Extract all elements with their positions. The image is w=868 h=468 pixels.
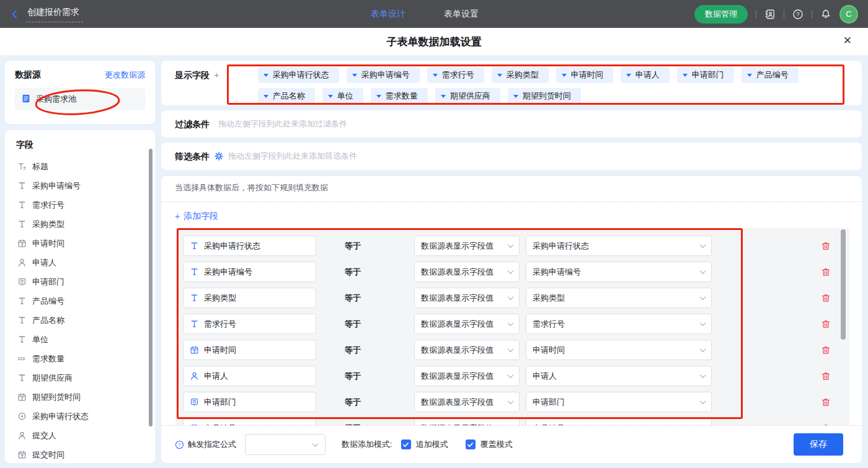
field-item[interactable]: 需求行号	[5, 195, 155, 214]
rule-field-box[interactable]: 申请时间	[183, 340, 316, 360]
field-item[interactable]: 提交人	[5, 426, 155, 445]
chevron-down-icon[interactable]	[683, 74, 688, 77]
field-item[interactable]: 提交时间	[5, 445, 155, 463]
rule-field-box[interactable]: 产品编号	[183, 418, 316, 425]
rule-target-select[interactable]: 需求行号	[526, 314, 712, 334]
contacts-icon[interactable]	[764, 9, 776, 20]
rules-scrollbar[interactable]	[841, 229, 846, 340]
field-chip[interactable]: 需求数量	[371, 88, 428, 104]
rule-target-select[interactable]: 采购申请行状态	[526, 236, 712, 256]
chevron-down-icon[interactable]	[747, 74, 752, 77]
formula-select[interactable]	[245, 434, 326, 455]
overwrite-mode-checkbox[interactable]	[466, 439, 476, 449]
tab-form-design[interactable]: 表单设计	[371, 9, 405, 20]
field-item[interactable]: 申请人	[5, 253, 155, 272]
chevron-down-icon[interactable]	[441, 95, 446, 98]
append-mode-label[interactable]: 追加模式	[416, 439, 448, 450]
chevron-down-icon[interactable]	[376, 95, 381, 98]
help-icon[interactable]: ?	[792, 9, 804, 20]
field-item[interactable]: 采购申请编号	[5, 176, 155, 195]
filter-dropzone[interactable]: 拖动左侧字段到此处来添加过滤条件	[218, 118, 347, 130]
rule-source-select[interactable]: 数据源表显示字段值	[414, 340, 520, 360]
field-chip[interactable]: 采购类型	[492, 67, 549, 83]
gear-icon[interactable]	[215, 152, 223, 161]
rule-target-select[interactable]: 采购申请编号	[526, 262, 712, 282]
field-item[interactable]: 产品编号	[5, 291, 155, 311]
chevron-down-icon[interactable]	[562, 74, 567, 77]
field-chip[interactable]: 采购申请行状态	[258, 67, 339, 83]
data-manage-button[interactable]: 数据管理	[694, 5, 748, 24]
delete-icon[interactable]	[821, 241, 832, 251]
avatar[interactable]: C	[839, 5, 858, 24]
field-item[interactable]: 期望到货时间	[5, 387, 155, 407]
field-chip[interactable]: 单位	[322, 88, 363, 104]
field-chip[interactable]: 产品编号	[742, 67, 799, 83]
rule-field-box[interactable]: 采购申请行状态	[183, 236, 316, 256]
chevron-down-icon[interactable]	[433, 74, 438, 77]
rule-source-select[interactable]: 数据源表显示字段值	[414, 418, 520, 425]
chevron-down-icon[interactable]	[626, 74, 631, 77]
field-chip[interactable]: 产品名称	[258, 88, 315, 104]
delete-icon[interactable]	[821, 371, 832, 381]
field-chip[interactable]: 采购申请编号	[347, 67, 420, 83]
field-chip[interactable]: 期望到货时间	[508, 88, 581, 104]
field-item[interactable]: 采购申请行状态	[5, 407, 155, 426]
delete-icon[interactable]	[821, 319, 832, 329]
field-item[interactable]: 产品名称	[5, 311, 155, 330]
chevron-down-icon[interactable]	[513, 95, 518, 98]
rule-field-box[interactable]: 申请人	[183, 366, 316, 386]
rule-target-select[interactable]: 申请部门	[526, 392, 712, 412]
field-item[interactable]: 单位	[5, 330, 155, 349]
rule-target-select[interactable]: 申请时间	[526, 340, 712, 360]
save-button[interactable]: 保存	[794, 433, 843, 456]
rule-field-box[interactable]: 采购申请编号	[183, 262, 316, 282]
add-display-field-icon[interactable]: +	[214, 67, 219, 83]
rule-source-select[interactable]: 数据源表显示字段值	[414, 236, 520, 256]
field-chip[interactable]: 期望供应商	[435, 88, 500, 104]
chevron-down-icon[interactable]	[328, 95, 333, 98]
rule-target-select[interactable]: 采购类型	[526, 288, 712, 308]
chevron-down-icon[interactable]	[264, 95, 268, 98]
rule-target-select[interactable]: 产品编号	[526, 418, 712, 425]
chip-label: 产品编号	[756, 69, 789, 81]
rule-source-select[interactable]: 数据源表显示字段值	[414, 392, 520, 412]
back-icon[interactable]	[10, 9, 20, 19]
field-item[interactable]: 期望供应商	[5, 368, 155, 387]
delete-icon[interactable]	[821, 293, 832, 303]
rule-source-select[interactable]: 数据源表显示字段值	[414, 288, 520, 308]
datasource-item[interactable]: 采购需求池	[15, 88, 145, 110]
rule-field-box[interactable]: 需求行号	[183, 314, 316, 334]
add-field-button[interactable]: + 添加字段	[175, 211, 218, 222]
overwrite-mode-label[interactable]: 覆盖模式	[480, 439, 513, 450]
screen-filter-dropzone[interactable]: 拖动左侧字段到此处来添加筛选条件	[228, 151, 357, 162]
delete-icon[interactable]	[821, 267, 832, 277]
field-item[interactable]: 123 需求数量	[5, 349, 155, 368]
delete-icon[interactable]	[821, 397, 832, 407]
rule-source-select[interactable]: 数据源表显示字段值	[414, 262, 520, 282]
rule-target-select[interactable]: 申请人	[526, 366, 712, 386]
help-circle-icon[interactable]: ?	[175, 440, 184, 449]
field-chip[interactable]: 申请人	[621, 67, 670, 83]
tab-form-settings[interactable]: 表单设置	[444, 9, 479, 20]
sidebar-scrollbar[interactable]	[149, 149, 153, 426]
field-item[interactable]: 申请部门	[5, 272, 155, 291]
change-datasource-link[interactable]: 更改数据源	[105, 69, 145, 81]
form-name[interactable]: 创建报价需求	[26, 6, 83, 22]
rule-field-box[interactable]: 申请部门	[183, 392, 316, 412]
rule-field-box[interactable]: 采购类型	[183, 288, 316, 308]
field-chip[interactable]: 申请部门	[677, 67, 734, 83]
rule-source-select[interactable]: 数据源表显示字段值	[414, 314, 520, 334]
append-mode-checkbox[interactable]	[401, 439, 411, 449]
bell-icon[interactable]	[820, 9, 831, 20]
chevron-down-icon[interactable]	[264, 74, 268, 77]
close-icon[interactable]: ✕	[843, 34, 852, 47]
field-chip[interactable]: 需求行号	[427, 67, 484, 83]
delete-icon[interactable]	[821, 345, 832, 355]
rule-source-select[interactable]: 数据源表显示字段值	[414, 366, 520, 386]
field-chip[interactable]: 申请时间	[556, 67, 613, 83]
field-item[interactable]: 标题	[5, 157, 155, 176]
field-item[interactable]: 采购类型	[5, 214, 155, 234]
chevron-down-icon[interactable]	[352, 74, 357, 77]
field-item[interactable]: 申请时间	[5, 234, 155, 253]
chevron-down-icon[interactable]	[497, 74, 502, 77]
